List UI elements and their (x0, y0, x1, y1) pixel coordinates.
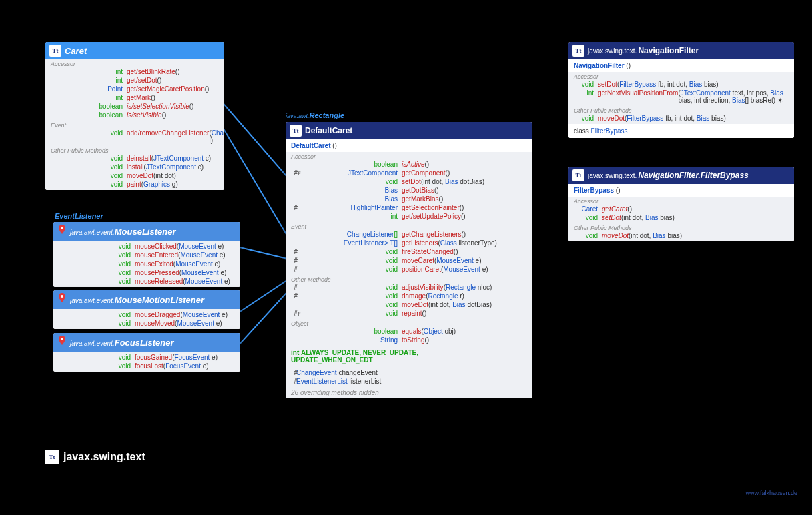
method-row: CaretgetCaret () (574, 205, 789, 213)
params: (Graphics g) (141, 181, 178, 188)
params: (MouseEvent e) (434, 257, 482, 264)
method-name[interactable]: getMarkBias (402, 195, 439, 203)
params: () (151, 94, 155, 101)
method-name[interactable]: mouseEntered (135, 251, 178, 259)
method-name[interactable]: getMark (127, 94, 151, 101)
class-default-caret: Tt DefaultCaret DefaultCaret () Accessor… (286, 122, 532, 398)
method-name[interactable]: getChangeListeners (402, 231, 462, 238)
method-row: voidmoveDot (int dot) (51, 171, 219, 180)
return-type: String (291, 336, 402, 344)
header: java.awt.event.FocusListener (53, 333, 240, 352)
return-type: void (291, 257, 402, 264)
modifier: # (294, 266, 298, 273)
return-type: void (574, 115, 598, 122)
method-name[interactable]: mouseExited (135, 260, 173, 268)
return-type: int (51, 94, 127, 101)
return-type: boolean (51, 103, 127, 110)
method-row: booleanis/setVisible () (51, 111, 219, 119)
method-name[interactable]: mouseDragged (135, 311, 180, 318)
return-type: void (574, 214, 602, 221)
pin-icon (57, 225, 67, 238)
class-filter-bypass: Tt javax.swing.text.NavigationFilter.Fil… (568, 167, 794, 241)
rectangle-label[interactable]: java.awt.Rectangle (286, 111, 344, 119)
return-type: void (51, 181, 127, 188)
params: (int dot, Bias dotBias) (421, 178, 484, 185)
method-name[interactable]: moveDot (402, 301, 428, 308)
method-name[interactable]: moveDot (602, 232, 629, 239)
method-name[interactable]: add/removeChangeListener (127, 129, 209, 137)
return-type: HighlightPainter (291, 204, 402, 211)
method-name[interactable]: get/setMagicCaretPosition (127, 85, 205, 93)
method-name[interactable]: is/setSelectionVisible (127, 103, 189, 110)
method-name[interactable]: mouseMoved (135, 320, 175, 327)
method-name[interactable]: positionCaret (402, 266, 441, 273)
method-name[interactable]: setDot (402, 178, 421, 185)
header: Tt javax.swing.text.NavigationFilter.Fil… (568, 167, 794, 184)
method-row: booleanis/setSelectionVisible () (51, 102, 219, 111)
method-row: voidmoveDot (FilterBypass fb, int dot, B… (574, 114, 789, 123)
method-name[interactable]: focusLost (135, 362, 163, 370)
params: () (157, 77, 162, 84)
method-name[interactable]: fireStateChanged (402, 248, 454, 255)
method-name[interactable]: repaint (402, 310, 422, 317)
method-name[interactable]: mousePressed (135, 269, 179, 276)
method-row: #voidfireStateChanged () (291, 247, 527, 256)
method-name[interactable]: adjustVisibility (402, 284, 444, 291)
method-name[interactable]: getNextVisualPositionFrom (598, 89, 678, 97)
event-listener-label[interactable]: EventListener (55, 212, 103, 220)
svg-point-6 (61, 295, 63, 298)
method-name[interactable]: moveCaret (402, 257, 434, 264)
method-row: voidmouseMoved (MouseEvent e) (59, 319, 235, 328)
params: (MouseEvent e) (177, 243, 224, 250)
method-name[interactable]: equals (402, 328, 421, 335)
method-name[interactable]: getListeners (402, 239, 438, 247)
method-row: voidfocusLost (FocusEvent e) (59, 362, 235, 370)
params: (FocusEvent e) (163, 362, 209, 370)
return-type: void (59, 269, 135, 276)
method-row: StringtoString () (291, 336, 527, 344)
method-name[interactable]: getCaret (602, 205, 627, 213)
params: (Object obj) (421, 328, 456, 335)
method-row: voidmouseDragged (MouseEvent e) (59, 310, 235, 319)
method-name[interactable]: setDot (602, 214, 621, 221)
tt-icon: Tt (572, 169, 584, 181)
header: java.awt.event.MouseListener (53, 222, 240, 241)
method-name[interactable]: getDotBias (402, 187, 434, 194)
method-row: intgetNextVisualPositionFrom (JTextCompo… (574, 89, 789, 105)
method-row: intget/setBlinkRate () (51, 67, 219, 76)
method-name[interactable]: toString (402, 336, 424, 344)
params: (MouseEvent e) (183, 278, 230, 285)
method-name[interactable]: moveDot (127, 172, 153, 179)
params: () (422, 310, 427, 317)
params: (MouseEvent e) (180, 311, 228, 318)
method-name[interactable]: is/setVisible (127, 111, 162, 119)
method-name[interactable]: mouseClicked (135, 243, 177, 250)
method-name[interactable]: getComponent (402, 169, 446, 177)
method-name[interactable]: setDot (598, 81, 617, 88)
method-name[interactable]: install (127, 163, 144, 171)
return-type: Caret (574, 205, 602, 213)
fields: #ChangeEvent changeEvent#EventListenerLi… (286, 367, 532, 387)
field-row: #ChangeEvent changeEvent (291, 368, 527, 377)
tt-icon: Tt (45, 450, 59, 464)
method-name[interactable]: get/setDot (127, 77, 157, 84)
method-name[interactable]: deinstall (127, 155, 151, 162)
method-name[interactable]: damage (402, 292, 426, 300)
method-name[interactable]: isActive (402, 161, 424, 168)
return-type: void (51, 155, 127, 162)
method-name[interactable]: paint (127, 181, 141, 188)
constructor: NavigationFilter () (568, 59, 794, 72)
method-name[interactable]: getSelectionPainter (402, 204, 460, 211)
params: () (434, 187, 439, 194)
modifier: # (294, 257, 298, 264)
params: (JTextComponent c) (151, 155, 212, 162)
method-name[interactable]: moveDot (598, 115, 625, 122)
method-name[interactable]: focusGained (135, 354, 172, 361)
method-name[interactable]: get/setUpdatePolicy (402, 213, 461, 220)
credit-link[interactable]: www.falkhausen.de (745, 490, 797, 496)
method-name[interactable]: get/setBlinkRate (127, 68, 175, 75)
return-type: void (59, 362, 135, 370)
method-name[interactable]: mouseReleased (135, 278, 183, 285)
params: () (461, 213, 466, 220)
hidden-note: 26 overriding methods hidden (286, 387, 532, 398)
